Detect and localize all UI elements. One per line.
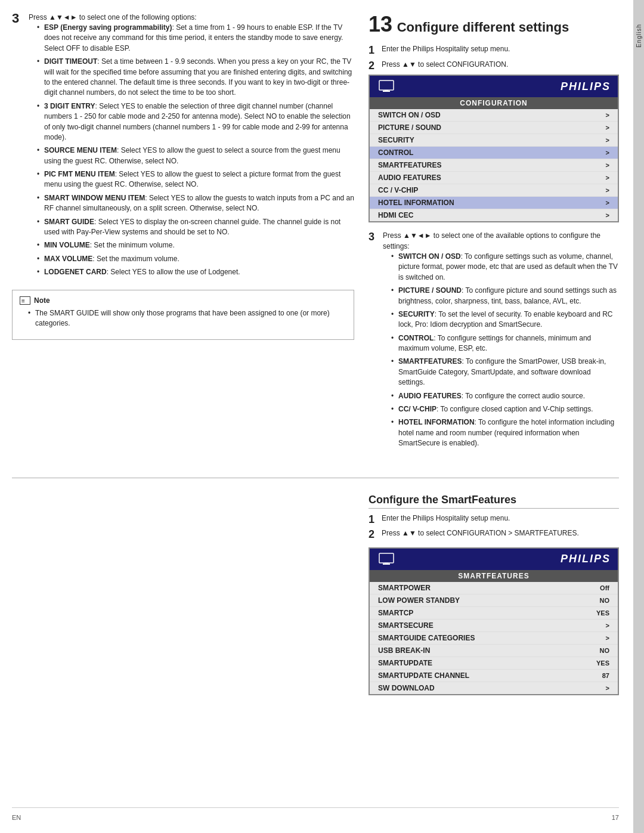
menu-row: SWITCH ON / OSD> [370,109,618,122]
sf-menu-row-label: SW DOWNLOAD [378,684,435,692]
menu-title: CONFIGURATION [370,97,618,109]
menu-row: CC / V-CHIP> [370,184,618,197]
list-item: CC/ V-CHIP: To configure closed caption … [391,404,619,414]
menu-rows: SWITCH ON / OSD>PICTURE / SOUND>SECURITY… [370,109,618,221]
sf-menu-row-value: NO [600,647,610,654]
bullet-text: : To configure the correct audio source. [462,392,585,400]
sf-menu-row: LOW POWER STANDBYNO [370,594,618,607]
bullet-label: SMARTFEATURES [398,357,462,366]
configuration-menu: PHILIPS CONFIGURATION SWITCH ON / OSD>PI… [369,75,619,222]
sf-step-number-1: 1 [369,513,378,527]
note-item: The SMART GUIDE will show only those pro… [28,308,346,329]
sf-menu-row: SMARTSECURE> [370,620,618,632]
step3-right-block: 3 Press ▲▼◄► to select one of the availa… [369,231,619,458]
bullet-label: HOTEL INFORMATION [398,418,475,426]
options-list: ESP (Energy saving programmability): Set… [37,23,354,278]
sf-menu-row: SMARTUPDATE CHANNEL87 [370,670,618,682]
bullet-label: SECURITY [398,310,435,318]
menu-row-value: > [606,212,609,219]
top-section: 3 Press ▲▼◄► to select one of the follow… [12,12,619,463]
step-number-1: 1 [369,44,378,57]
menu-row: SMARTFEATURES> [370,159,618,172]
menu-row-value: > [606,124,609,131]
bullet-label: 3 DIGIT ENTRY [44,102,95,110]
menu-row-value: > [606,112,609,119]
sf-menu-row-value: > [606,685,609,692]
menu-row-label: SECURITY [378,136,414,144]
bullet-label: DIGIT TIMEOUT [44,57,97,66]
svg-rect-4 [383,563,390,565]
sf-menu-row: SMARTCPYES [370,607,618,620]
bullet-text: : To configure closed caption and V-Chip… [436,405,593,413]
step3-block: 3 Press ▲▼◄► to select one of the follow… [12,12,354,284]
bullet-label: LODGENET CARD [44,268,107,276]
section-divider [12,478,619,478]
smartfeatures-menu: PHILIPS SMARTFEATURES SMARTPOWEROffLOW P… [369,547,619,695]
note-icon [20,296,30,305]
sf-menu-row-value: > [606,634,609,642]
step1-block: 1 Enter the Philips Hospitality setup me… [369,44,619,57]
menu-row-label: SWITCH ON / OSD [378,111,441,119]
footer-left: EN [12,814,21,821]
sf-step1-block: 1 Enter the Philips Hospitality setup me… [369,513,619,527]
menu-row-value: > [606,149,609,156]
chapter-heading: 13 Configure different settings [369,12,619,37]
sf-menu-row-value: > [606,622,609,629]
bullet-label: PIC FMT MENU ITEM [44,170,115,178]
list-item: PICTURE / SOUND: To configure picture an… [391,286,619,306]
list-item: MAX VOLUME: Set the maximum volume. [37,254,354,264]
menu-row-value: > [606,174,609,181]
menu-row-label: CC / V-CHIP [378,186,418,194]
sf-tv-icon [377,552,396,566]
page-container: 3 Press ▲▼◄► to select one of the follow… [0,0,644,833]
sf-menu-row: SMARTUPDATEYES [370,657,618,670]
bullet-label: MAX VOLUME [44,255,92,263]
menu-row: HDMI CEC> [370,209,618,221]
menu-row-label: AUDIO FEATURES [378,174,441,182]
sf-menu-row: SMARTPOWEROff [370,582,618,594]
left-column: 3 Press ▲▼◄► to select one of the follow… [12,12,354,463]
sf-step-number-2: 2 [369,528,378,541]
bullet-label: SMART GUIDE [44,218,94,226]
bullet-label: CC/ V-CHIP [398,405,436,413]
menu-row: HOTEL INFORMATION> [370,197,618,209]
footer-right: 17 [612,814,619,821]
step2-text: Press ▲▼ to select CONFIGURATION. [382,60,508,70]
sf-step2-text: Press ▲▼ to select CONFIGURATION > SMART… [382,528,579,538]
bullet-label: MIN VOLUME [44,241,90,249]
sf-menu-row-value: 87 [602,672,609,679]
step3-intro: Press ▲▼◄► to select one of the followin… [29,13,197,21]
sf-menu-rows: SMARTPOWEROffLOW POWER STANDBYNOSMARTCPY… [370,582,618,694]
bullet-label: AUDIO FEATURES [398,392,462,400]
sf-step2-block: 2 Press ▲▼ to select CONFIGURATION > SMA… [369,528,619,541]
bullet-label: SOURCE MENU ITEM [44,146,117,154]
sf-menu-row-label: SMARTCP [378,609,413,617]
svg-rect-0 [379,80,394,90]
smartfeatures-heading: Configure the SmartFeatures [369,494,619,509]
sf-menu-row-label: SMARTPOWER [378,584,431,592]
step1-text: Enter the Philips Hospitality setup menu… [382,44,510,54]
main-content: 3 Press ▲▼◄► to select one of the follow… [0,0,633,833]
list-item: PIC FMT MENU ITEM: Select YES to allow t… [37,169,354,190]
list-item: MIN VOLUME: Set the minimum volume. [37,240,354,250]
sf-menu-row: SW DOWNLOAD> [370,682,618,694]
side-tab: English [633,0,644,833]
menu-row: SECURITY> [370,134,618,147]
menu-row-label: HDMI CEC [378,211,413,219]
list-item: SMART WINDOW MENU ITEM: Select YES to al… [37,193,354,214]
bullet-label: PICTURE / SOUND [398,286,462,295]
bullet-label: CONTROL [398,334,434,342]
sf-menu-header: PHILIPS [370,549,618,570]
sf-menu-row-label: SMARTUPDATE CHANNEL [378,671,469,680]
sf-menu-row-value: NO [600,597,610,604]
step2-block: 2 Press ▲▼ to select CONFIGURATION. [369,60,619,73]
bottom-right: Configure the SmartFeatures 1 Enter the … [369,494,619,704]
svg-rect-5 [385,563,388,563]
sf-menu-row-value: YES [596,659,609,667]
menu-row: PICTURE / SOUND> [370,122,618,134]
list-item: CONTROL: To configure settings for chann… [391,333,619,354]
menu-row: AUDIO FEATURES> [370,172,618,184]
svg-rect-3 [379,553,394,563]
menu-row-value: > [606,187,609,194]
menu-row-label: PICTURE / SOUND [378,123,441,132]
